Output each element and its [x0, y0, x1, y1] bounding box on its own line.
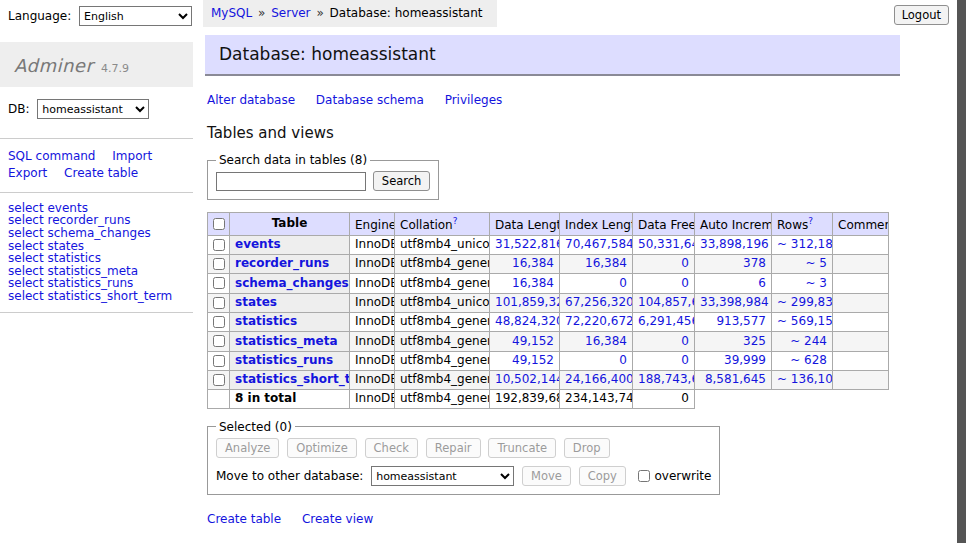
table-name-link[interactable]: schema_changes [235, 276, 349, 290]
privileges-link[interactable]: Privileges [445, 93, 503, 107]
data-length-link[interactable]: 16,384 [512, 276, 554, 290]
copy-button[interactable]: Copy [579, 466, 626, 486]
logout-button[interactable]: Logout [894, 5, 949, 25]
table-name-link[interactable]: events [235, 237, 281, 251]
auto-increment-link[interactable]: 913,577 [716, 314, 766, 328]
collation-cell: utf8mb4_general_ci [395, 312, 490, 331]
index-length-link[interactable]: 67,256,320 [565, 295, 633, 309]
index-length-link[interactable]: 0 [619, 276, 627, 290]
auto-increment-link[interactable]: 39,999 [724, 353, 766, 367]
repair-button[interactable]: Repair [426, 438, 481, 458]
data-free-link[interactable]: 188,743,680 [638, 372, 695, 386]
row-checkbox[interactable] [213, 258, 225, 270]
app-title: Adminer 4.7.9 [0, 42, 193, 87]
check-button[interactable]: Check [365, 438, 418, 458]
data-free-link[interactable]: 0 [681, 334, 689, 348]
data-length-link[interactable]: 101,859,328 [495, 295, 560, 309]
sidebar-item-select-statistics[interactable]: select statistics [8, 252, 185, 265]
data-free-link[interactable]: 50,331,648 [638, 237, 695, 251]
search-button[interactable]: Search [373, 171, 431, 191]
row-checkbox[interactable] [213, 316, 225, 328]
breadcrumb-server-link[interactable]: Server [271, 6, 310, 20]
row-checkbox[interactable] [213, 335, 225, 347]
move-database-select[interactable]: homeassistant [371, 466, 514, 486]
move-button[interactable]: Move [522, 466, 571, 486]
drop-button[interactable]: Drop [564, 438, 610, 458]
data-length-link[interactable]: 48,824,320 [495, 314, 560, 328]
table-name-link[interactable]: statistics [235, 314, 297, 328]
data-free-link[interactable]: 6,291,456 [638, 314, 695, 328]
truncate-button[interactable]: Truncate [488, 438, 556, 458]
row-checkbox[interactable] [213, 355, 225, 367]
index-length-cell: 16,384 [560, 255, 633, 274]
rows-count-link[interactable]: ~ 3 [805, 276, 827, 290]
vertical-scrollbar[interactable] [957, 0, 966, 543]
auto-increment-link[interactable]: 325 [743, 334, 766, 348]
analyze-button[interactable]: Analyze [216, 438, 279, 458]
auto-increment-link[interactable]: 33,398,984 [700, 295, 769, 309]
select-all-checkbox[interactable] [213, 218, 225, 230]
data-free-link[interactable]: 0 [681, 276, 689, 290]
auto-increment-link[interactable]: 6 [758, 276, 766, 290]
column-header-table: Table [230, 213, 350, 236]
column-help-link[interactable]: ? [453, 216, 458, 226]
sidebar-divider [0, 192, 193, 193]
data-length-link[interactable]: 31,522,816 [495, 237, 560, 251]
sidebar-item-select-statistics-short-term[interactable]: select statistics_short_term [8, 290, 185, 303]
data-free-link[interactable]: 0 [681, 353, 689, 367]
row-checkbox[interactable] [213, 277, 225, 289]
table-name-link[interactable]: states [235, 295, 277, 309]
rows-count-link[interactable]: ~ 244 [790, 334, 827, 348]
sidebar-export-link[interactable]: Export [8, 166, 47, 180]
search-input[interactable] [216, 172, 366, 191]
rows-count-link[interactable]: ~ 628 [790, 353, 827, 367]
rows-count-link[interactable]: ~ 312,180 [777, 237, 833, 251]
create-view-link[interactable]: Create view [302, 512, 373, 526]
index-length-link[interactable]: 16,384 [585, 334, 627, 348]
row-checkbox[interactable] [213, 374, 225, 386]
data-length-link[interactable]: 49,152 [512, 353, 554, 367]
table-name-link[interactable]: statistics_short_term [235, 372, 350, 386]
auto-increment-link[interactable]: 33,898,196 [700, 237, 769, 251]
rows-count-link[interactable]: ~ 299,833 [777, 295, 833, 309]
sidebar-import-link[interactable]: Import [112, 149, 152, 163]
db-select[interactable]: homeassistant [37, 99, 149, 119]
sidebar-create-table-link[interactable]: Create table [64, 166, 138, 180]
index-length-link[interactable]: 24,166,400 [565, 372, 633, 386]
index-length-link[interactable]: 72,220,672 [565, 314, 633, 328]
rows-count-link[interactable]: ~ 5 [805, 256, 827, 270]
optimize-button[interactable]: Optimize [287, 438, 357, 458]
row-checkbox-cell [208, 274, 230, 293]
index-length-link[interactable]: 16,384 [585, 256, 627, 270]
data-length-link[interactable]: 49,152 [512, 334, 554, 348]
row-checkbox[interactable] [213, 297, 225, 309]
data-free-link[interactable]: 0 [681, 256, 689, 270]
sidebar-sql-command-link[interactable]: SQL command [8, 149, 95, 163]
breadcrumb-mysql-link[interactable]: MySQL [211, 6, 252, 20]
database-schema-link[interactable]: Database schema [316, 93, 424, 107]
index-length-link[interactable]: 70,467,584 [565, 237, 633, 251]
create-table-link[interactable]: Create table [207, 512, 281, 526]
language-select[interactable]: English [79, 6, 192, 26]
sidebar-item-select-schema-changes[interactable]: select schema_changes [8, 227, 185, 240]
data-length-link[interactable]: 10,502,144 [495, 372, 560, 386]
table-name-link[interactable]: statistics_meta [235, 334, 338, 348]
overwrite-label[interactable]: overwrite [637, 469, 712, 483]
overwrite-checkbox[interactable] [638, 470, 650, 482]
auto-increment-link[interactable]: 378 [743, 256, 766, 270]
auto-increment-cell: 39,999 [695, 351, 772, 370]
table-name-link[interactable]: recorder_runs [235, 256, 329, 270]
rows-count-link[interactable]: ~ 136,108 [777, 372, 833, 386]
column-help-link[interactable]: ? [808, 216, 813, 226]
auto-increment-link[interactable]: 8,581,645 [705, 372, 766, 386]
index-length-link[interactable]: 0 [619, 353, 627, 367]
table-name-link[interactable]: statistics_runs [235, 353, 333, 367]
alter-database-link[interactable]: Alter database [207, 93, 295, 107]
rows-count-link[interactable]: ~ 569,159 [777, 314, 833, 328]
collation-cell: utf8mb4_unicode_ci [395, 293, 490, 312]
data-length-link[interactable]: 16,384 [512, 256, 554, 270]
page-title: Database: homeassistant [205, 35, 900, 76]
data-free-link[interactable]: 104,857,600 [638, 295, 695, 309]
row-checkbox[interactable] [213, 239, 225, 251]
selected-buttons-row: Analyze Optimize Check Repair Truncate D… [216, 438, 711, 458]
